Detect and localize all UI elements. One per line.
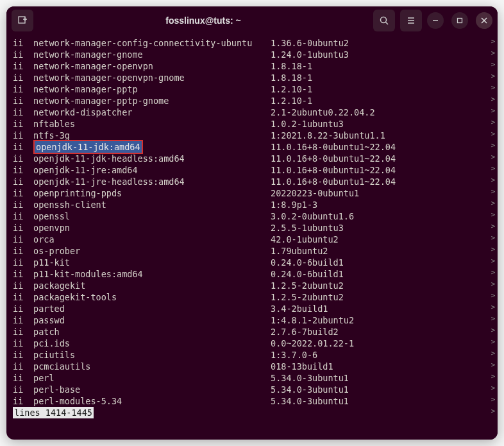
scroll-indicator: > bbox=[489, 325, 498, 336]
package-name: network-manager-gnome bbox=[33, 49, 271, 60]
package-name: parted bbox=[33, 303, 271, 314]
scroll-indicator: > bbox=[489, 336, 498, 348]
package-name: networkd-dispatcher bbox=[33, 107, 271, 118]
package-name: packagekit-tools bbox=[33, 291, 271, 303]
package-name: openprinting-ppds bbox=[33, 187, 271, 199]
scroll-indicator: > bbox=[489, 371, 498, 382]
new-tab-button[interactable] bbox=[12, 10, 33, 31]
package-status: ii bbox=[13, 153, 33, 164]
package-row: iiparted3.4-2build1 bbox=[13, 303, 482, 314]
scroll-indicator: > bbox=[489, 140, 498, 151]
package-name: openssh-client bbox=[33, 199, 271, 210]
package-status: ii bbox=[13, 83, 33, 95]
package-version: 20220223-0ubuntu1 bbox=[271, 187, 482, 199]
package-name: p11-kit-modules:amd64 bbox=[33, 268, 271, 280]
package-row: iiorca42.0-1ubuntu2 bbox=[13, 234, 482, 245]
package-name: perl-base bbox=[33, 384, 271, 395]
svg-point-3 bbox=[381, 17, 387, 23]
search-button[interactable] bbox=[373, 10, 395, 31]
package-version: 0.24.0-6build1 bbox=[271, 257, 482, 268]
scroll-indicator: > bbox=[489, 232, 498, 244]
package-row: iiopenssh-client1:8.9p1-3 bbox=[13, 199, 482, 210]
package-version: 1.2.5-2ubuntu2 bbox=[271, 280, 482, 291]
package-status: ii bbox=[13, 118, 33, 130]
package-status: ii bbox=[13, 349, 33, 361]
package-status: ii bbox=[13, 60, 33, 72]
scroll-indicator: > bbox=[489, 71, 498, 82]
package-status: ii bbox=[13, 361, 33, 372]
package-row: iipackagekit-tools1.2.5-2ubuntu2 bbox=[13, 291, 482, 303]
minimize-button[interactable] bbox=[427, 12, 444, 29]
package-version: 1.79ubuntu2 bbox=[271, 245, 482, 257]
scroll-indicator: > bbox=[489, 198, 498, 209]
package-version: 42.0-1ubuntu2 bbox=[271, 234, 482, 245]
package-name: openjdk-11-jre:amd64 bbox=[33, 164, 271, 176]
scroll-indicator: > bbox=[489, 117, 498, 128]
package-version: 5.34.0-3ubuntu1 bbox=[271, 395, 482, 407]
scroll-indicator: > bbox=[489, 267, 498, 279]
terminal-output[interactable]: iinetwork-manager-config-connectivity-ub… bbox=[6, 35, 489, 440]
package-name: nftables bbox=[33, 118, 271, 130]
package-name: network-manager-openvpn bbox=[33, 60, 271, 72]
package-status: ii bbox=[13, 164, 33, 176]
titlebar: fosslinux@tuts: ~ bbox=[6, 6, 498, 35]
package-row: iinetworkd-dispatcher2.1-2ubuntu0.22.04.… bbox=[13, 107, 482, 118]
package-row: iipciutils1:3.7.0-6 bbox=[13, 349, 482, 361]
package-name: perl bbox=[33, 372, 271, 384]
package-status: ii bbox=[13, 107, 33, 118]
scroll-indicator: > bbox=[489, 209, 498, 221]
package-row: iinetwork-manager-openvpn-gnome1.8.18-1 bbox=[13, 72, 482, 83]
package-row: iiopenjdk-11-jdk-headless:amd6411.0.16+8… bbox=[13, 153, 482, 164]
package-status: ii bbox=[13, 72, 33, 83]
package-name: pcmciautils bbox=[33, 361, 271, 372]
package-status: ii bbox=[13, 130, 33, 141]
menu-button[interactable] bbox=[400, 10, 422, 31]
scroll-indicator: > bbox=[489, 82, 498, 94]
package-status: ii bbox=[13, 314, 33, 326]
package-row: iiopenjdk-11-jdk:amd6411.0.16+8-0ubuntu1… bbox=[13, 141, 482, 153]
scroll-indicator: > bbox=[489, 279, 498, 290]
package-row: iinetwork-manager-config-connectivity-ub… bbox=[13, 37, 482, 49]
package-version: 1:3.7.0-6 bbox=[271, 349, 482, 361]
package-name: orca bbox=[33, 234, 271, 245]
package-version: 0.24.0-6build1 bbox=[271, 268, 482, 280]
package-row: iip11-kit-modules:amd640.24.0-6build1 bbox=[13, 268, 482, 280]
package-version: 2.1-2ubuntu0.22.04.2 bbox=[271, 107, 482, 118]
scroll-indicator: > bbox=[489, 59, 498, 71]
package-row: iipatch2.7.6-7build2 bbox=[13, 326, 482, 338]
package-name: passwd bbox=[33, 314, 271, 326]
scrollbar[interactable]: >>>>>>>>>>>>>>>>>>>>>>>>>>>>>>>>> bbox=[489, 35, 498, 440]
package-status: ii bbox=[13, 291, 33, 303]
package-version: 3.0.2-0ubuntu1.6 bbox=[271, 210, 482, 222]
scroll-indicator: > bbox=[489, 36, 498, 47]
scroll-indicator: > bbox=[489, 290, 498, 302]
package-name: p11-kit bbox=[33, 257, 271, 268]
scroll-indicator: > bbox=[489, 163, 498, 175]
package-status: ii bbox=[13, 199, 33, 210]
package-row: iipci.ids0.0~2022.01.22-1 bbox=[13, 338, 482, 349]
package-name: network-manager-config-connectivity-ubun… bbox=[33, 37, 271, 49]
scroll-indicator: > bbox=[489, 151, 498, 163]
package-status: ii bbox=[13, 37, 33, 49]
package-status: ii bbox=[13, 95, 33, 107]
package-version: 1.24.0-1ubuntu3 bbox=[271, 49, 482, 60]
svg-rect-9 bbox=[458, 19, 462, 23]
package-status: ii bbox=[13, 338, 33, 349]
package-status: ii bbox=[13, 257, 33, 268]
package-row: iiperl5.34.0-3ubuntu1 bbox=[13, 372, 482, 384]
scroll-indicator: > bbox=[489, 394, 498, 406]
highlighted-package: openjdk-11-jdk:amd64 bbox=[33, 140, 143, 154]
package-version: 018-13build1 bbox=[271, 361, 482, 372]
package-status: ii bbox=[13, 234, 33, 245]
package-version: 2.5.5-1ubuntu3 bbox=[271, 222, 482, 234]
package-version: 1.2.10-1 bbox=[271, 95, 482, 107]
package-version: 11.0.16+8-0ubuntu1~22.04 bbox=[271, 176, 482, 187]
package-status: ii bbox=[13, 268, 33, 280]
package-version: 1.2.10-1 bbox=[271, 83, 482, 95]
package-row: iiperl-modules-5.345.34.0-3ubuntu1 bbox=[13, 395, 482, 407]
maximize-button[interactable] bbox=[451, 12, 468, 29]
package-row: iiperl-base5.34.0-3ubuntu1 bbox=[13, 384, 482, 395]
close-button[interactable] bbox=[476, 12, 492, 29]
package-name: pci.ids bbox=[33, 338, 271, 349]
terminal-area: iinetwork-manager-config-connectivity-ub… bbox=[6, 35, 498, 440]
